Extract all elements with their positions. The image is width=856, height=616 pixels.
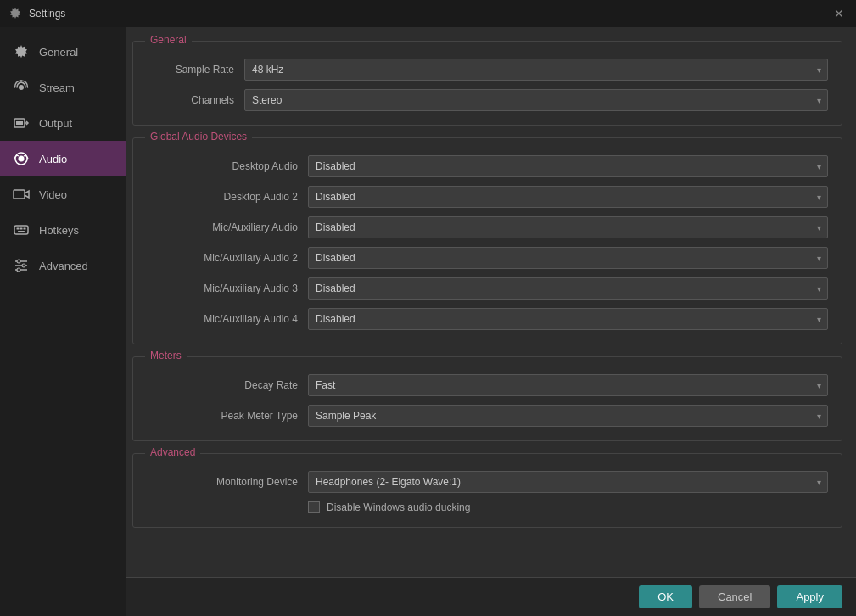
decay-rate-row: Decay Rate Fast Medium Slow ▾ [147,374,828,396]
disable-ducking-label: Disable Windows audio ducking [327,501,470,513]
disable-ducking-checkbox[interactable] [308,501,320,513]
sidebar-item-video[interactable]: Video [0,176,126,212]
sample-rate-wrapper: 44.1 kHz 48 kHz ▾ [244,59,828,81]
main-content: General Stream [0,27,856,616]
sidebar-label-output: Output [39,117,72,130]
advanced-icon [12,256,31,275]
desktop-audio2-select[interactable]: Disabled Default [308,186,828,208]
sample-rate-row: Sample Rate 44.1 kHz 48 kHz ▾ [147,59,828,81]
section-advanced-title: Advanced [145,446,200,458]
channels-select[interactable]: Mono Stereo 2.1 4.0 4.1 5.1 7.1 [244,89,828,111]
cancel-button[interactable]: Cancel [699,585,770,608]
stream-icon [12,78,31,97]
channels-wrapper: Mono Stereo 2.1 4.0 4.1 5.1 7.1 ▾ [244,89,828,111]
svg-point-19 [17,268,20,272]
decay-rate-label: Decay Rate [147,379,308,391]
apply-button[interactable]: Apply [777,585,842,608]
window-title: Settings [29,8,65,20]
desktop-audio2-label: Desktop Audio 2 [147,191,308,203]
desktop-audio2-wrapper: Disabled Default ▾ [308,186,828,208]
sidebar-label-video: Video [39,188,67,201]
svg-rect-8 [14,190,25,199]
close-button[interactable]: ✕ [831,5,848,22]
settings-window: Settings ✕ General [0,0,856,616]
mic-aux-select[interactable]: Disabled Default [308,216,828,238]
settings-area: General Sample Rate 44.1 kHz 48 kHz ▾ [126,27,856,616]
mic-aux-label: Mic/Auxiliary Audio [147,221,308,233]
svg-point-2 [19,85,24,90]
desktop-audio2-row: Desktop Audio 2 Disabled Default ▾ [147,186,828,208]
peak-meter-wrapper: Sample Peak True Peak ▾ [308,405,828,427]
titlebar: Settings ✕ [0,0,856,27]
svg-point-7 [19,156,25,162]
mic-aux3-select[interactable]: Disabled Default [308,277,828,300]
section-advanced: Advanced Monitoring Device Default Headp… [132,453,842,528]
sidebar-item-hotkeys[interactable]: Hotkeys [0,212,126,248]
mic-aux3-label: Mic/Auxiliary Audio 3 [147,283,308,294]
monitoring-device-wrapper: Default Headphones (2- Elgato Wave:1) ▾ [308,471,828,493]
sidebar-label-advanced: Advanced [39,260,88,272]
mic-aux2-row: Mic/Auxiliary Audio 2 Disabled Default ▾ [147,247,828,269]
sidebar-item-stream[interactable]: Stream [0,70,126,105]
mic-aux4-select[interactable]: Disabled Default [308,308,828,330]
sidebar-label-hotkeys: Hotkeys [39,224,79,237]
mic-aux-row: Mic/Auxiliary Audio Disabled Default ▾ [147,216,828,238]
peak-meter-row: Peak Meter Type Sample Peak True Peak ▾ [147,405,828,427]
sidebar-item-output[interactable]: Output [0,105,126,141]
channels-label: Channels [147,94,244,106]
settings-scroll: General Sample Rate 44.1 kHz 48 kHz ▾ [126,27,856,577]
sample-rate-select[interactable]: 44.1 kHz 48 kHz [244,59,828,81]
mic-aux3-row: Mic/Auxiliary Audio 3 Disabled Default ▾ [147,277,828,300]
mic-aux2-select[interactable]: Disabled Default [308,247,828,269]
desktop-audio-select[interactable]: Disabled Default [308,155,828,177]
section-meters-title: Meters [145,350,187,361]
mic-aux4-label: Mic/Auxiliary Audio 4 [147,313,308,325]
svg-point-17 [17,260,20,263]
peak-meter-label: Peak Meter Type [147,410,308,422]
desktop-audio-row: Desktop Audio Disabled Default ▾ [147,155,828,177]
peak-meter-select[interactable]: Sample Peak True Peak [308,405,828,427]
svg-rect-12 [24,228,26,230]
mic-aux-wrapper: Disabled Default ▾ [308,216,828,238]
video-icon [12,185,31,204]
gear-icon [12,42,31,61]
section-global-audio-title: Global Audio Devices [145,131,252,143]
sidebar-label-stream: Stream [39,81,75,94]
section-global-audio: Global Audio Devices Desktop Audio Disab… [132,137,842,344]
sidebar-item-advanced[interactable]: Advanced [0,248,126,283]
svg-point-18 [22,264,25,267]
settings-icon [8,7,22,20]
decay-rate-wrapper: Fast Medium Slow ▾ [308,374,828,396]
audio-icon [12,149,31,168]
sidebar: General Stream [0,27,126,616]
mic-aux2-label: Mic/Auxiliary Audio 2 [147,252,308,264]
monitoring-device-select[interactable]: Default Headphones (2- Elgato Wave:1) [308,471,828,493]
svg-rect-13 [18,231,25,232]
bottom-bar: OK Cancel Apply [126,577,856,616]
output-icon [12,114,31,132]
channels-row: Channels Mono Stereo 2.1 4.0 4.1 5.1 7.1 [147,89,828,111]
monitoring-device-label: Monitoring Device [147,476,308,488]
desktop-audio-label: Desktop Audio [147,160,308,172]
titlebar-left: Settings [8,7,65,20]
decay-rate-select[interactable]: Fast Medium Slow [308,374,828,396]
section-general: General Sample Rate 44.1 kHz 48 kHz ▾ [132,41,842,126]
mic-aux3-wrapper: Disabled Default ▾ [308,277,828,300]
svg-rect-11 [20,228,23,230]
mic-aux4-row: Mic/Auxiliary Audio 4 Disabled Default ▾ [147,308,828,330]
desktop-audio-wrapper: Disabled Default ▾ [308,155,828,177]
svg-rect-10 [17,228,20,230]
sidebar-item-general[interactable]: General [0,34,126,70]
sidebar-item-audio[interactable]: Audio [0,141,126,176]
monitoring-device-row: Monitoring Device Default Headphones (2-… [147,471,828,493]
sample-rate-label: Sample Rate [147,64,244,76]
section-general-title: General [145,34,192,46]
disable-ducking-row: Disable Windows audio ducking [308,501,828,513]
mic-aux2-wrapper: Disabled Default ▾ [308,247,828,269]
ok-button[interactable]: OK [639,585,692,608]
sidebar-label-general: General [39,46,78,59]
hotkeys-icon [12,221,31,239]
svg-rect-9 [14,226,28,234]
mic-aux4-wrapper: Disabled Default ▾ [308,308,828,330]
sidebar-label-audio: Audio [39,153,67,165]
